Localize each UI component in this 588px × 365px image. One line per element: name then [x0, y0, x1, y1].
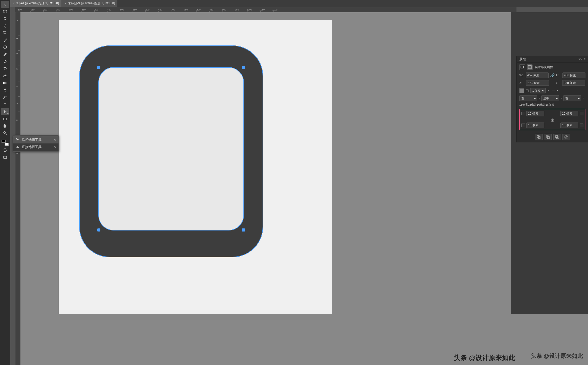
tool-history-brush[interactable]: [1, 65, 9, 72]
shape-inner: [98, 67, 244, 230]
context-menu-label-direct-select: 直接选择工具: [22, 145, 42, 149]
panel-expand-btn[interactable]: >>: [579, 57, 582, 61]
svg-text:100: 100: [18, 8, 22, 11]
corner-top-row: [521, 111, 583, 116]
tool-foreground-bg[interactable]: [1, 139, 9, 146]
tool-dodge[interactable]: [1, 87, 9, 93]
xy-row: X: Y:: [517, 79, 588, 87]
shape-ops-row: [517, 132, 588, 142]
tool-select-rect[interactable]: [1, 8, 9, 15]
corner-tl-input[interactable]: [526, 111, 544, 116]
svg-text:1: 1: [16, 38, 18, 39]
svg-text:200: 200: [43, 8, 47, 11]
y-input[interactable]: [562, 80, 585, 86]
tool-path-select[interactable]: ▶: [1, 108, 9, 115]
corner-br-checkbox[interactable]: [580, 124, 583, 127]
h-input[interactable]: [562, 72, 585, 78]
svg-rect-71: [521, 66, 524, 68]
tool-hand[interactable]: [1, 123, 9, 129]
corner-tl-checkbox[interactable]: [521, 112, 525, 115]
shape-op-intersect[interactable]: [544, 134, 552, 140]
svg-text:750: 750: [184, 8, 188, 11]
svg-text:2: 2: [16, 53, 18, 54]
svg-rect-0: [4, 10, 7, 13]
tool-quick-mask[interactable]: [1, 147, 9, 153]
corner-br-input[interactable]: [560, 123, 578, 128]
dash-dropdown-arrow: ▼: [556, 90, 558, 92]
svg-text:350: 350: [82, 8, 86, 11]
shape-type-circle-icon[interactable]: [527, 64, 533, 70]
svg-text:500: 500: [120, 8, 124, 11]
tool-zoom[interactable]: [1, 130, 9, 136]
svg-text:1050: 1050: [260, 8, 265, 11]
tool-crop[interactable]: [1, 30, 9, 36]
corner-tr-input[interactable]: [560, 111, 578, 116]
properties-panel: 属性 >> ≡ 实时形状属性 W: 🔗 H: X: Y:: [516, 56, 588, 142]
corner-tr-checkbox[interactable]: [580, 112, 583, 115]
panel-header-icons: >> ≡: [579, 57, 585, 61]
x-input[interactable]: [526, 80, 549, 86]
tool-screen-mode[interactable]: [1, 154, 9, 161]
panel-menu-btn[interactable]: ≡: [584, 57, 585, 61]
align2-arrow: ▼: [560, 97, 562, 100]
stroke-icon: ⊟: [525, 88, 529, 93]
svg-text:900: 900: [222, 8, 226, 11]
tool-magic-wand[interactable]: [1, 22, 9, 29]
handle-tl: [97, 66, 100, 69]
svg-text:0: 0: [16, 20, 18, 21]
canvas-bottom-bg: [20, 314, 588, 365]
stroke-size-select[interactable]: 1 像素 2 像素 3 像素: [530, 88, 546, 93]
svg-point-4: [4, 89, 6, 91]
tab-label-2: 未标题-9 @ 100% (图层 1, RGB/8): [68, 1, 115, 6]
align-select-1[interactable]: 左: [519, 95, 537, 101]
shape-type-rect-icon[interactable]: [519, 64, 525, 70]
context-menu-item-direct-select[interactable]: 直接选择工具 A: [13, 143, 58, 151]
w-label: W:: [519, 74, 524, 77]
svg-text:1000: 1000: [247, 8, 252, 11]
tool-brush[interactable]: [1, 51, 9, 58]
context-menu-item-path-select[interactable]: 路径选择工具 A: [13, 136, 58, 143]
tool-heal[interactable]: [1, 44, 9, 51]
stroke-dash-icon: —: [552, 89, 555, 92]
tool-lasso[interactable]: [1, 15, 9, 22]
corner-link-btn[interactable]: [521, 118, 583, 123]
link-wh-icon[interactable]: 🔗: [550, 73, 555, 77]
corner-bl-checkbox[interactable]: [521, 124, 525, 127]
corner-bl-input[interactable]: [526, 123, 544, 128]
svg-text:5: 5: [16, 103, 18, 104]
align-select-3[interactable]: 右: [563, 95, 581, 101]
w-input[interactable]: [526, 72, 549, 78]
tool-gradient[interactable]: [1, 80, 9, 86]
fill-color-swatch[interactable]: [519, 88, 524, 93]
tab-bar: ✕ 3.psd @ 203% (矩形 1, RGB/8) ✕ 未标题-9 @ 1…: [10, 0, 588, 7]
svg-text:1100: 1100: [272, 8, 277, 11]
tool-eyedropper[interactable]: [1, 37, 9, 43]
tab-untitled9[interactable]: ✕ 未标题-9 @ 100% (图层 1, RGB/8): [62, 0, 118, 7]
svg-rect-5: [4, 118, 7, 120]
svg-text:600: 600: [146, 8, 149, 11]
tool-type[interactable]: T: [1, 101, 9, 108]
shape-op-combine[interactable]: [535, 134, 543, 140]
tool-shape[interactable]: [1, 115, 9, 122]
tab-close-2[interactable]: ✕: [64, 2, 66, 5]
shape-op-subtract[interactable]: [553, 134, 561, 140]
shape-op-exclude[interactable]: [562, 134, 570, 140]
align3-arrow: ▼: [582, 97, 584, 100]
align1-arrow: ▼: [538, 97, 540, 100]
align-select-2[interactable]: 居中: [541, 95, 559, 101]
context-menu-key-1: A: [54, 138, 56, 142]
direct-select-icon: [16, 145, 20, 149]
watermark: 头条 @设计原来如此: [531, 351, 583, 360]
tool-pen[interactable]: [1, 94, 9, 101]
tab-close-1[interactable]: ✕: [13, 2, 15, 5]
handle-tr: [242, 66, 245, 69]
tool-clone[interactable]: [1, 58, 9, 65]
x-label: X:: [519, 81, 524, 85]
tool-move[interactable]: [1, 1, 9, 8]
svg-text:450: 450: [107, 8, 111, 11]
tab-3psd[interactable]: ✕ 3.psd @ 203% (矩形 1, RGB/8): [10, 0, 62, 7]
ruler-vertical: 0 1 2 3 4 5 6 7 8: [15, 12, 20, 365]
svg-text:4: 4: [16, 86, 18, 88]
tool-eraser[interactable]: [1, 72, 9, 79]
ruler-horizontal: 100 150 200 250 300 350 400 450 500 550 …: [15, 7, 516, 12]
